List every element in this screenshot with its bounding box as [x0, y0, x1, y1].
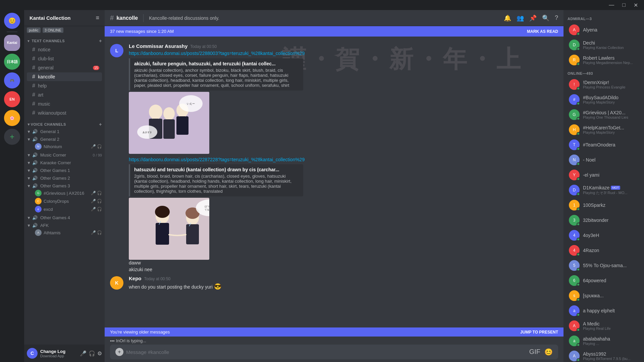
voice-channel-afk[interactable]: ▼ 🔊 AFK [24, 222, 105, 229]
message-input-area: + GIF 😊 [105, 345, 564, 362]
member-32bitwonder[interactable]: 3 32bitwonder [565, 213, 643, 228]
search-icon[interactable]: 🔍 [542, 14, 549, 22]
maximize-button[interactable]: □ [620, 2, 628, 8]
title-bar: — □ ✕ [0, 0, 644, 10]
member-buysaud[interactable]: # #BuySaudADildo Playing MapleStory [565, 92, 643, 107]
message-input[interactable] [126, 349, 527, 355]
attach-button[interactable]: + [115, 348, 123, 356]
mark-as-read-button[interactable]: MARK AS READ [527, 29, 558, 34]
member-64powered[interactable]: 6 64powered [565, 273, 643, 288]
voice-user-excd[interactable]: e excd 🎤 🎧 [24, 205, 105, 213]
voice-user-avatar: G [35, 190, 42, 196]
server-icon-en[interactable]: EN [4, 91, 20, 107]
headphone-toggle-icon[interactable]: 🎧 [89, 350, 95, 357]
member-happy-elphelt[interactable]: a a happy elphelt [565, 303, 643, 318]
member-abalabahaha[interactable]: a abalabahaha Playing ... [565, 334, 643, 348]
server-icon-jp[interactable]: 日本語 [4, 54, 20, 70]
mic-toggle-icon[interactable]: 🎤 [80, 350, 87, 357]
member-dechi[interactable]: D Dechi Playing Kantai Collection [565, 38, 643, 52]
member-abyss1992[interactable]: A Abyss1992 Playing BitTorrent 7.9.5 (bu… [565, 349, 643, 362]
member-100sparkz[interactable]: 1 100Sparkz [565, 198, 643, 213]
member-teamonodera[interactable]: T #TeamOnodera [565, 137, 643, 152]
voice-channel-name: General 2 [40, 137, 59, 142]
channel-art[interactable]: # art [27, 90, 102, 99]
voice-channel-music-corner[interactable]: ▼ 🔊 Music Corner 0 / 99 [24, 152, 105, 158]
member-avatar: N [569, 155, 580, 165]
voice-channels-header[interactable]: ▼ VOICE CHANNELS + [24, 118, 105, 128]
messages-area[interactable]: 謹・賀・新・年・上 L Le Commissar Asurashy Today … [105, 37, 564, 327]
channel-notice[interactable]: # notice [27, 45, 102, 54]
members-icon[interactable]: 👥 [517, 14, 524, 22]
status-indicator [577, 328, 580, 331]
member-4oy3eh[interactable]: 4 4oy3eH [565, 228, 643, 243]
voice-channel-karaoke[interactable]: ▼ 🔊 Karaoke Corner [24, 160, 105, 166]
pin-icon[interactable]: 📌 [529, 14, 537, 22]
voice-channel-other4[interactable]: ▼ 🔊 Other Games 4 [24, 215, 105, 221]
text-channels-header[interactable]: ▼ TEXT CHANNELS + [24, 37, 105, 45]
help-icon[interactable]: ? [555, 14, 558, 22]
add-channel-icon[interactable]: + [99, 38, 102, 44]
message-group-3: K Kepo Today at 00:50 when do you start … [105, 274, 564, 292]
server-icon-game[interactable]: 🎮 [4, 72, 20, 88]
channel-help[interactable]: # help [27, 81, 102, 90]
menu-icon[interactable]: ≡ [96, 14, 99, 21]
older-messages-bar[interactable]: You're viewing older messages JUMP TO PR… [105, 327, 564, 337]
jump-to-present-button[interactable]: JUMP TO PRESENT [520, 330, 558, 335]
member-55percent[interactable]: 5 55% To Ojou-sama... [565, 258, 643, 273]
member-game: Playing Kantai Collection [583, 46, 640, 50]
user-avatar[interactable]: 😊 [4, 13, 20, 29]
member-game: Playing Real Life [583, 326, 640, 330]
voice-user-athtamis[interactable]: A Athtamis 🎤 🎧 [24, 229, 105, 237]
voice-channel-other3[interactable]: ▼ 🔊 Other Games 3 [24, 183, 105, 189]
voice-user-grieviious[interactable]: G #Grieviious | AX2016 🎤 🎧 [24, 189, 105, 197]
add-server-button[interactable]: + [4, 129, 20, 145]
minimize-button[interactable]: — [606, 2, 617, 8]
member-grieviious[interactable]: G #Grieviious | AX20... Playing One Thou… [565, 107, 643, 122]
public-tag[interactable]: public [27, 27, 41, 33]
speaker-icon: 🔊 [32, 176, 38, 181]
member-a-medic[interactable]: A A Medic Playing Real Life [565, 318, 643, 333]
member-game: Playing MapleStory [583, 100, 640, 104]
add-voice-channel-icon[interactable]: + [99, 122, 102, 127]
member-4razon[interactable]: 4 4Razon [565, 243, 643, 258]
settings-icon[interactable]: ⚙ [97, 350, 102, 357]
voice-channel-other1[interactable]: ▼ 🔊 Other Games 1 [24, 167, 105, 174]
channel-music[interactable]: # music [27, 100, 102, 108]
channel-kancolle[interactable]: # kancolle [27, 72, 102, 81]
channel-general[interactable]: # general 15 [27, 63, 102, 72]
member-info: - Noel [583, 157, 640, 163]
member-spukika[interactable]: s [ѕρυкιка... [565, 288, 643, 303]
voice-user-nihonium[interactable]: N Nihonium 🎤 🎧 [24, 142, 105, 150]
close-button[interactable]: ✕ [631, 2, 641, 8]
member-noel[interactable]: N - Noel [565, 153, 643, 167]
voice-count: 0 / 99 [93, 153, 102, 157]
channel-sidebar: Kantai Collection ≡ public 3 ONLINE ▼ TE… [24, 10, 105, 362]
voice-channel-other2[interactable]: ▼ 🔊 Other Games 2 [24, 175, 105, 181]
new-messages-bar[interactable]: 37 new messages since 1:20 AM MARK AS RE… [105, 26, 564, 37]
server-icon-kantai[interactable]: Kantai [4, 35, 20, 51]
voice-channel-general2[interactable]: ▼ 🔊 General 2 [24, 136, 105, 142]
username-asurashy[interactable]: Le Commissar Asurashy [129, 43, 187, 49]
voice-channel-general1[interactable]: ▼ 🔊 General 1 [24, 128, 105, 135]
member-robert[interactable]: R Robert Lawlers Playing Megadimension N… [565, 53, 643, 67]
member-avatar: 5 [569, 260, 580, 271]
channel-wikianoutpost[interactable]: # wikianoutpost [27, 109, 102, 117]
member-elyami[interactable]: Y -el yami [565, 168, 643, 182]
bell-icon[interactable]: 🔔 [504, 14, 511, 22]
emoji-icon[interactable]: 😊 [544, 348, 553, 356]
username-kepo[interactable]: Kepo [129, 276, 142, 281]
voice-user-colonydrops[interactable]: C ColonyDrops 🎤 🎧 [24, 197, 105, 205]
channel-club-list[interactable]: # club-list [27, 54, 102, 63]
member-avatar: 3 [569, 215, 580, 226]
member-demnxnipr[interactable]: ! !DemnXnipr! Playing Princess Evangile [565, 77, 643, 92]
gif-icon[interactable]: GIF [529, 348, 540, 356]
message-header-1: Le Commissar Asurashy Today at 00:50 [129, 43, 558, 49]
footer-status: Download App [40, 354, 77, 358]
member-d1kamikaze[interactable]: D D1Kamikaze MOT Playing たそ3! Ruol - MO.… [565, 183, 643, 197]
danbooru-link-2[interactable]: https://danbooru.donmai.us/posts/2287228… [129, 157, 305, 162]
server-icon-flower[interactable]: 🌸 [4, 110, 20, 126]
message-link-1[interactable]: https://danbooru.donmai.us/posts/2288003… [129, 51, 305, 56]
member-alyena[interactable]: A Alyena [565, 22, 643, 37]
app-body: 😊 Kantai 日本語 🎮 EN 🌸 + Kantai Collection … [0, 10, 644, 362]
member-helpkaren[interactable]: H #HelpKarenToGet... Playing MapleStory [565, 122, 643, 137]
